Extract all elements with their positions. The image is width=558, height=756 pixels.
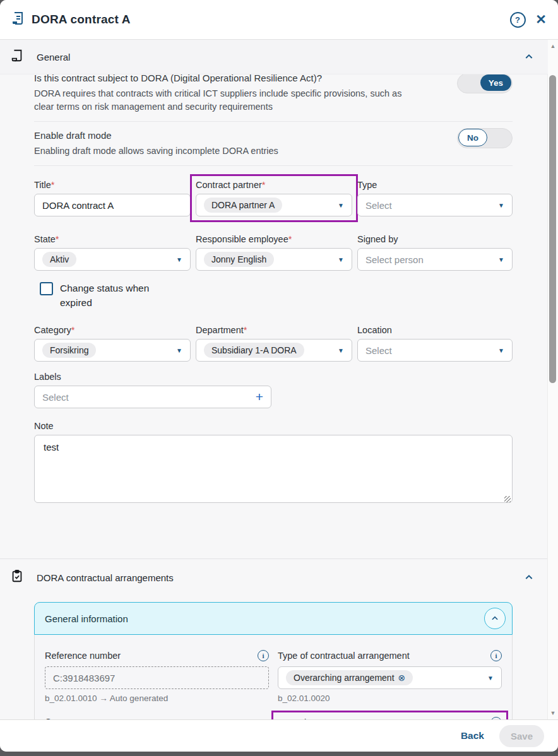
contract-dialog: DORA contract A ? ✕ General (0, 0, 558, 752)
labels-select[interactable]: Select + (34, 386, 271, 408)
labels-field-group: Labels Select + (34, 372, 271, 408)
department-label: Department* (196, 325, 352, 335)
collapse-button[interactable] (484, 608, 506, 629)
chevron-down-icon: ▼ (338, 347, 344, 354)
title-label: Title* (34, 180, 191, 190)
arrangement-type-select[interactable]: Overarching arrangement ⊗ ▼ (278, 666, 502, 689)
state-chip: Aktiv (42, 252, 76, 267)
signed-by-select[interactable]: Select person ▼ (357, 248, 513, 271)
back-button[interactable]: Back (461, 730, 484, 741)
card-title: General information (45, 613, 128, 624)
draft-mode-description: Enabling draft mode allows saving incomp… (34, 145, 405, 158)
category-select[interactable]: Forsikring ▼ (34, 339, 191, 362)
draft-mode-label: Enable draft mode (34, 129, 405, 142)
location-field-group: Location Select ▼ (357, 325, 513, 362)
scrollbar-thumb[interactable] (549, 75, 556, 383)
signed-by-label: Signed by (357, 234, 513, 244)
section-header-arrangements[interactable]: DORA contractual arrangements (0, 560, 548, 594)
chevron-down-icon: ▼ (498, 347, 504, 354)
location-placeholder: Select (365, 345, 392, 356)
department-field-group: Department* Subsidiary 1-A DORA ▼ (196, 325, 352, 362)
required-asterisk: * (262, 180, 266, 190)
section-divider (0, 558, 548, 559)
type-placeholder: Select (365, 200, 392, 211)
scrollbar[interactable]: ▲ ▼ (547, 40, 558, 719)
location-label: Location (357, 325, 513, 335)
arrangement-type-helper: b_02.01.0020 (278, 694, 502, 703)
scroll-down-icon[interactable]: ▼ (548, 708, 558, 718)
contract-partner-field-group: Contract partner* DORA partner A ▼ (196, 180, 352, 216)
card-body: Reference number i C:3918483697 b_02.01.… (34, 635, 513, 719)
required-asterisk: * (56, 234, 59, 244)
contract-icon (10, 11, 25, 28)
labels-placeholder: Select (42, 392, 69, 403)
signed-by-field-group: Signed by Select person ▼ (357, 234, 513, 271)
type-label: Type (357, 180, 513, 190)
arrangement-type-label: Type of contractual arrangement (278, 651, 410, 661)
change-status-label: Change status when expired (60, 281, 172, 310)
help-button[interactable]: ? (509, 11, 526, 28)
dora-subject-toggle[interactable]: Yes (457, 73, 513, 93)
toggle-yes-label: Yes (480, 74, 511, 91)
state-field-group: State* Aktiv ▼ (34, 234, 191, 271)
responsible-employee-select[interactable]: Jonny English ▼ (196, 248, 352, 271)
note-textarea[interactable] (34, 435, 513, 503)
signed-by-placeholder: Select person (365, 254, 424, 265)
chevron-down-icon: ▼ (498, 202, 504, 209)
dora-subject-row: Is this contract subject to DORA (Digita… (34, 67, 513, 122)
reference-number-field-group: Reference number i C:3918483697 b_02.01.… (45, 650, 269, 703)
department-chip: Subsidiary 1-A DORA (204, 343, 304, 358)
contract-partner-label: Contract partner* (196, 180, 352, 190)
required-asterisk: * (71, 325, 75, 335)
required-asterisk: * (244, 325, 247, 335)
category-label: Category* (34, 325, 191, 335)
remove-chip-icon[interactable]: ⊗ (398, 673, 406, 683)
info-icon[interactable]: i (490, 650, 502, 661)
required-asterisk: * (288, 234, 292, 244)
contract-partner-select[interactable]: DORA partner A ▼ (196, 194, 352, 216)
dialog-footer: Back Save (0, 719, 558, 752)
change-status-checkbox-row[interactable]: Change status when expired (40, 281, 172, 310)
department-select[interactable]: Subsidiary 1-A DORA ▼ (196, 339, 352, 362)
close-button[interactable]: ✕ (526, 11, 544, 28)
scroll-up-icon[interactable]: ▲ (548, 41, 558, 51)
draft-mode-toggle[interactable]: No (457, 128, 513, 148)
checkbox-icon[interactable] (40, 282, 53, 295)
plus-icon[interactable]: + (256, 389, 263, 405)
chevron-down-icon: ▼ (498, 256, 504, 263)
reference-number-value: C:3918483697 (45, 666, 269, 689)
general-information-card: General information Reference number (34, 602, 513, 719)
location-select[interactable]: Select ▼ (357, 339, 513, 362)
chevron-up-icon[interactable] (524, 572, 534, 582)
chevron-down-icon: ▼ (176, 256, 182, 263)
state-label: State* (34, 234, 191, 244)
category-chip: Forsikring (42, 343, 96, 358)
type-select[interactable]: Select ▼ (357, 194, 513, 216)
clipboard-check-icon (10, 569, 24, 586)
section-title-arrangements: DORA contractual arrangements (37, 572, 174, 583)
scroll-icon (10, 49, 24, 65)
required-asterisk: * (51, 180, 55, 190)
dialog-header: DORA contract A ? ✕ (0, 0, 558, 40)
note-field-group: Note (34, 421, 513, 505)
save-button[interactable]: Save (499, 725, 544, 747)
reference-number-helper: b_02.01.0010 → Auto generated (45, 694, 269, 703)
section-header-general[interactable]: General (0, 40, 548, 74)
type-field-group: Type Select ▼ (357, 180, 513, 216)
card-header[interactable]: General information (34, 602, 513, 635)
responsible-employee-field-group: Responsible employee* Jonny English ▼ (196, 234, 352, 271)
toggle-no-label: No (458, 129, 487, 146)
chevron-down-icon: ▼ (176, 347, 182, 354)
info-icon[interactable]: i (258, 650, 269, 661)
dora-subject-description: DORA requires that contracts with critic… (34, 87, 405, 114)
state-select[interactable]: Aktiv ▼ (34, 248, 191, 271)
title-input[interactable] (34, 194, 191, 216)
help-icon: ? (510, 12, 526, 28)
chevron-up-icon[interactable] (524, 52, 534, 62)
chevron-down-icon: ▼ (338, 202, 344, 209)
chevron-down-icon: ▼ (487, 675, 494, 682)
category-field-group: Category* Forsikring ▼ (34, 325, 191, 362)
responsible-employee-label: Responsible employee* (196, 234, 352, 244)
dialog-title: DORA contract A (32, 13, 131, 27)
contract-partner-chip: DORA partner A (204, 198, 282, 213)
